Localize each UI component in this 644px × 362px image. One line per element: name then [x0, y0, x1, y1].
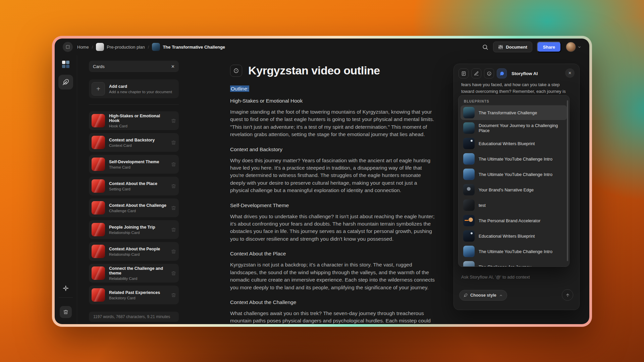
delete-card-button[interactable] [171, 271, 176, 276]
blueprint-thumbnail [463, 261, 475, 267]
blueprint-item[interactable]: Document Your Journey to a Challenging P… [461, 121, 567, 135]
section-paragraph[interactable]: What drives you to undertake this challe… [230, 213, 436, 243]
blueprint-item[interactable]: Your Brand's Narrative Edge [461, 182, 567, 197]
document-editor[interactable]: Kyrgyzstan video outline Outline: High-S… [230, 64, 436, 324]
breadcrumb-separator: / [148, 45, 149, 50]
card-item[interactable]: High-Stakes or Emotional Hook Hook Card [89, 111, 179, 130]
choose-style-button[interactable]: Choose style [459, 290, 507, 301]
section-heading[interactable]: Context About the Challenge [230, 299, 436, 305]
section-paragraph[interactable]: What challenges await you on this trek? … [230, 310, 436, 324]
card-item[interactable]: Related Past Experiences Backstory Card [89, 286, 179, 304]
send-button[interactable] [562, 289, 573, 301]
blueprint-thumbnail [463, 122, 475, 134]
card-subtitle: Relatability Card [109, 277, 167, 281]
scrollbar-thumb[interactable] [567, 100, 568, 261]
section-heading[interactable]: High-Stakes or Emotional Hook [230, 98, 436, 104]
section-heading[interactable]: Self-Development Theme [230, 202, 436, 208]
card-item[interactable]: People Joining the Trip Relationship Car… [89, 220, 179, 239]
storyflow-ai-panel: Storyflow AI ✕ fears have you faced, and… [453, 64, 580, 310]
cards-view-icon[interactable] [62, 61, 69, 68]
blueprint-label: Your Brand's Narrative Edge [479, 187, 534, 192]
search-icon[interactable] [482, 44, 488, 50]
project-thumbnail-icon [96, 43, 104, 51]
document-icon[interactable] [230, 65, 242, 77]
add-card-title: Add card [109, 84, 172, 89]
delete-card-button[interactable] [171, 184, 176, 189]
card-item[interactable]: Connect the Challenge and theme Relatabi… [89, 264, 179, 283]
card-item[interactable]: Context and Backstory Context Card [89, 133, 179, 152]
page-title[interactable]: Kyrgyzstan video outline [248, 64, 380, 77]
section-heading[interactable]: Context About the Place [230, 251, 436, 257]
app-logo-icon[interactable] [63, 42, 73, 52]
blueprint-item[interactable]: The Transformative Challenge [461, 105, 567, 120]
breadcrumb-separator: / [92, 45, 93, 50]
blueprint-item[interactable]: Educational Writers Blueprint [461, 136, 567, 151]
blueprint-item[interactable]: test [461, 198, 567, 213]
close-icon[interactable]: ✕ [171, 64, 175, 69]
card-item[interactable]: Context About the Challenge Challenge Ca… [89, 198, 179, 217]
blueprint-thumbnail [463, 107, 475, 118]
delete-card-button[interactable] [171, 249, 176, 254]
card-title: Related Past Experiences [109, 290, 160, 295]
blueprint-thumbnail [463, 138, 475, 149]
card-thumbnail [92, 288, 105, 302]
card-item[interactable]: Context About the People Relationship Ca… [89, 242, 179, 261]
delete-card-button[interactable] [171, 293, 176, 298]
breadcrumb-project[interactable]: Pre-production plan [96, 43, 145, 51]
section-paragraph[interactable]: Imagine standing at the foot of the towe… [230, 108, 436, 138]
blueprint-item[interactable]: The Challenge Arc Journey [461, 259, 567, 267]
share-button-label: Share [543, 45, 555, 50]
chat-bubble-icon[interactable] [497, 68, 507, 78]
card-item[interactable]: Self-Development Theme Theme Card [89, 155, 179, 174]
blueprint-label: Educational Writers Blueprint [479, 141, 535, 146]
selected-text-line[interactable]: Outline: [230, 86, 436, 92]
info-icon[interactable] [484, 68, 494, 78]
trash-button[interactable] [60, 306, 72, 318]
account-menu[interactable] [566, 42, 581, 52]
blueprint-item[interactable]: The Personal Brand Accelerator [461, 213, 567, 228]
card-title: Context About the People [109, 247, 160, 251]
card-title: Context and Backstory [109, 138, 155, 142]
card-thumbnail [92, 114, 105, 127]
blueprint-label: The Challenge Arc Journey [479, 264, 531, 267]
blueprint-item[interactable]: The Ultimate YouTube Challenge Intro [461, 152, 567, 166]
blueprint-item[interactable]: Educational Writers Blueprint [461, 229, 567, 243]
sparkle-icon[interactable] [62, 285, 69, 292]
notes-icon[interactable] [459, 68, 469, 78]
card-item[interactable]: Context About the Place Setting Card [89, 177, 179, 195]
document-section: Context About the Place Kyrgyzstan is no… [230, 251, 436, 291]
blueprint-label: The Transformative Challenge [479, 110, 537, 115]
trash-icon [63, 309, 68, 315]
delete-card-button[interactable] [171, 162, 176, 167]
ai-input[interactable]: Ask Storyflow AI, '@' to add context [461, 275, 530, 280]
delete-card-button[interactable] [171, 227, 176, 232]
blueprint-item[interactable]: The Ultimate YouTube Challenge Intro [461, 244, 567, 259]
card-subtitle: Backstory Card [109, 296, 160, 300]
window-glow-border: Home / Pre-production plan / The Transfo… [52, 36, 592, 327]
blueprint-label: The Personal Brand Accelerator [479, 218, 540, 223]
blueprint-item[interactable]: The Ultimate YouTube Challenge Intro [461, 167, 567, 182]
card-thumbnail [92, 136, 105, 149]
delete-card-button[interactable] [171, 205, 176, 210]
document-mode-button[interactable]: Document [493, 42, 532, 52]
card-thumbnail [92, 245, 105, 258]
choose-style-label: Choose style [470, 293, 496, 298]
breadcrumb-document[interactable]: The Transformative Challenge [152, 43, 225, 51]
write-mode-button[interactable] [58, 75, 73, 89]
delete-card-button[interactable] [171, 118, 176, 123]
share-button[interactable]: Share [537, 42, 561, 52]
delete-card-button[interactable] [171, 140, 176, 145]
breadcrumb-home[interactable]: Home [77, 45, 89, 50]
add-card-button[interactable]: + Add card Add a new chapter to your doc… [89, 79, 179, 98]
topbar: Home / Pre-production plan / The Transfo… [55, 39, 589, 55]
card-title: Context About the Place [109, 181, 157, 186]
breadcrumb-home-label: Home [77, 45, 89, 50]
close-icon[interactable]: ✕ [565, 68, 575, 78]
blueprint-label: The Ultimate YouTube Challenge Intro [479, 249, 552, 254]
section-heading[interactable]: Context and Backstory [230, 146, 436, 153]
section-paragraph[interactable]: Kyrgyzstan is not just a backdrop; it's … [230, 261, 436, 291]
section-paragraph[interactable]: Why does this journey matter? Years of f… [230, 157, 436, 194]
edit-pencil-icon[interactable] [471, 68, 481, 78]
blueprint-thumbnail [463, 215, 475, 226]
document-section: Self-Development Theme What drives you t… [230, 202, 436, 243]
